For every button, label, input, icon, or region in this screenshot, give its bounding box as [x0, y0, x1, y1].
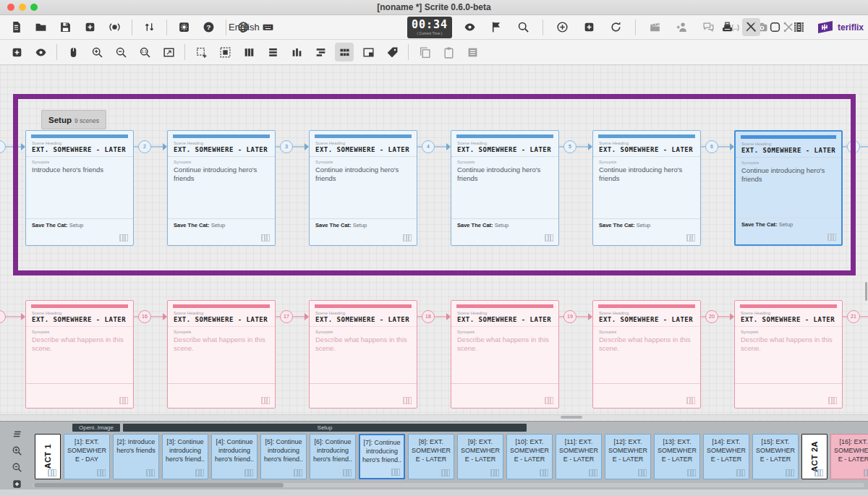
scene-card[interactable]: Scene Heading EXT. SOMEWHERE - LATER Syn… [592, 300, 701, 409]
scene-card[interactable]: Scene Heading EXT. SOMEWHERE - LATER Syn… [167, 130, 276, 246]
scene-card[interactable]: Scene Heading EXT. SOMEWHERE - LATER Syn… [451, 130, 559, 246]
mouse-pan-icon[interactable] [64, 43, 82, 61]
scene-heading[interactable]: EXT. SOMEWHERE - LATER [315, 146, 411, 153]
add-element-icon[interactable] [580, 18, 598, 36]
help-icon[interactable]: ? [200, 18, 218, 36]
dialogue-icon[interactable] [699, 18, 718, 36]
scene-heading[interactable]: EXT. SOMEWHERE - LATER [315, 316, 411, 323]
timeline-card[interactable]: [13]: EXT. SOMEWHERE - LATER [654, 434, 700, 479]
annotation-tool-icon[interactable] [216, 43, 234, 61]
save-icon[interactable] [56, 18, 75, 36]
layout-bars-icon[interactable] [287, 43, 306, 61]
preview-icon[interactable] [461, 18, 479, 36]
scene-synopsis[interactable]: Introduce hero's friends [32, 166, 127, 174]
layout-columns-icon[interactable] [239, 43, 258, 61]
timeline-card[interactable]: [11]: EXT. SOMEWHERE - LATER [556, 434, 602, 479]
connector-number[interactable]: 2 [138, 140, 151, 153]
canvas-vertical-scrollbar[interactable] [865, 282, 867, 301]
scene-heading[interactable]: EXT. SOMEWHERE - LATER [599, 146, 694, 153]
tag-icon[interactable] [383, 43, 401, 61]
structure-canvas[interactable]: Setup9 scenes Scene Heading EXT. SOMEWHE… [0, 65, 868, 421]
scene-card[interactable]: Scene Heading EXT. SOMEWHERE - LATER Syn… [309, 300, 417, 409]
flag-icon[interactable] [488, 18, 506, 36]
connector-number[interactable]: 18 [422, 310, 435, 323]
scene-heading[interactable]: EXT. SOMEWHERE - LATER [741, 316, 836, 323]
layout-rows-icon[interactable] [263, 43, 282, 61]
scene-heading[interactable]: EXT. SOMEWHERE - LATER [457, 146, 553, 153]
new-document-icon[interactable] [7, 18, 25, 36]
connector-number[interactable]: 19 [563, 310, 576, 323]
notebook-view-icon[interactable] [766, 18, 784, 36]
scene-synopsis[interactable]: Continue introducing hero's friends [315, 166, 411, 184]
language-label[interactable]: English [229, 22, 260, 33]
scene-heading[interactable]: EXT. SOMEWHERE - LATER [174, 146, 269, 153]
connector-number[interactable]: 7 [847, 140, 860, 153]
timeline-card[interactable]: [16]: EXT. SOMEWHERE - LATER [830, 434, 868, 479]
select-tool-icon[interactable] [192, 43, 210, 61]
connector-number[interactable]: 5 [563, 140, 576, 153]
timeline-group-bar[interactable]: Openi..Image [72, 424, 120, 432]
timeline-card[interactable]: [3]: Continue introducing hero's friend.… [162, 434, 208, 479]
timeline-options-icon[interactable] [10, 427, 23, 440]
timeline-card[interactable]: [14]: EXT. SOMEWHERE - LATER [703, 434, 749, 479]
scene-heading[interactable]: EXT. SOMEWHERE - LATER [741, 147, 835, 154]
scene-card[interactable]: Scene Heading EXT. SOMEWHERE - LATER Syn… [25, 300, 134, 409]
text-scale-icon[interactable] [140, 18, 158, 36]
timeline-card[interactable]: [4]: Continue introducing hero's friend.… [211, 434, 258, 479]
refresh-icon[interactable] [607, 18, 625, 36]
timeline-card[interactable]: [9]: EXT. SOMEWHERE - LATER [457, 434, 503, 479]
canvas-horizontal-scrollbar[interactable] [0, 414, 868, 419]
structure-view-icon[interactable] [742, 18, 760, 36]
timeline-card[interactable]: [2]: Introduce hero's friends [113, 434, 159, 479]
timeline-zoom-in-icon[interactable] [10, 444, 23, 457]
connector-number[interactable]: 6 [705, 140, 718, 153]
backup-icon[interactable] [81, 18, 99, 36]
fit-screen-icon[interactable] [159, 43, 178, 61]
scene-synopsis-placeholder[interactable]: Describe what happens in this scene. [315, 335, 411, 354]
scene-card[interactable]: Scene Heading EXT. SOMEWHERE - LATER Syn… [167, 300, 276, 409]
timeline-card[interactable]: [7]: Continue introducing hero's friend.… [359, 434, 405, 479]
scene-synopsis[interactable]: Continue introducing hero's friends [457, 166, 553, 184]
connector-number[interactable]: 20 [705, 310, 718, 323]
setup-group-tab[interactable]: Setup9 scenes [41, 110, 106, 129]
connector-number[interactable]: 21 [847, 310, 860, 323]
scene-synopsis-placeholder[interactable]: Describe what happens in this scene. [741, 335, 836, 354]
timeline-zoom-out-icon[interactable] [10, 461, 23, 474]
scenes-icon[interactable] [646, 18, 664, 36]
scene-synopsis-placeholder[interactable]: Describe what happens in this scene. [599, 335, 694, 354]
keyboard-icon[interactable] [259, 18, 277, 36]
screenplay-view-icon[interactable] [718, 18, 736, 36]
scene-card[interactable]: Scene Heading EXT. SOMEWHERE - LATER Syn… [592, 130, 701, 246]
open-file-icon[interactable] [32, 18, 50, 36]
connector-number[interactable]: 17 [280, 310, 293, 323]
scene-synopsis-placeholder[interactable]: Describe what happens in this scene. [32, 335, 127, 354]
add-scene-icon[interactable] [553, 18, 571, 36]
scene-synopsis[interactable]: Continue introducing hero's friends [741, 166, 835, 184]
timeline-group-bar[interactable]: Setup [123, 424, 527, 432]
scene-synopsis[interactable]: Continue introducing hero's friends [599, 166, 694, 184]
connector-number[interactable]: 4 [422, 140, 435, 153]
zoom-in-icon[interactable] [88, 43, 106, 61]
timeline-card[interactable]: [1]: EXT. SOMEWHERE - DAY [64, 434, 110, 479]
timeline-card[interactable]: [15]: EXT. SOMEWHERE - LATER [752, 434, 799, 479]
timeline-card[interactable]: [10]: EXT. SOMEWHERE - LATER [506, 434, 553, 479]
timeline-card[interactable]: [5]: Continue introducing hero's friend.… [260, 434, 307, 479]
scrollbar-handle[interactable] [561, 416, 582, 419]
scene-card[interactable]: Scene Heading EXT. SOMEWHERE - LATER Syn… [734, 300, 843, 409]
scene-card[interactable]: Scene Heading EXT. SOMEWHERE - LATER Syn… [451, 300, 559, 409]
timeline-scrollbar-handle[interactable] [34, 483, 284, 487]
report-icon[interactable] [463, 43, 482, 61]
search-icon[interactable] [514, 18, 532, 36]
beta-badge-icon[interactable] [106, 18, 124, 36]
connector-number[interactable]: 16 [138, 310, 151, 323]
scrited-view-icon[interactable] [790, 18, 808, 36]
timeline-card[interactable]: [12]: EXT. SOMEWHERE - LATER [605, 434, 651, 479]
settings-icon[interactable] [175, 18, 193, 36]
new-scene-icon[interactable] [7, 43, 26, 61]
timeline-card[interactable]: ACT 1 [35, 434, 61, 479]
timeline-scrollbar[interactable] [33, 483, 864, 487]
scene-synopsis-placeholder[interactable]: Describe what happens in this scene. [174, 335, 269, 354]
layout-grid-icon[interactable] [335, 43, 354, 61]
zoom-reset-icon[interactable]: 1:1 [135, 43, 154, 61]
frame-annotation-icon[interactable] [359, 43, 378, 61]
